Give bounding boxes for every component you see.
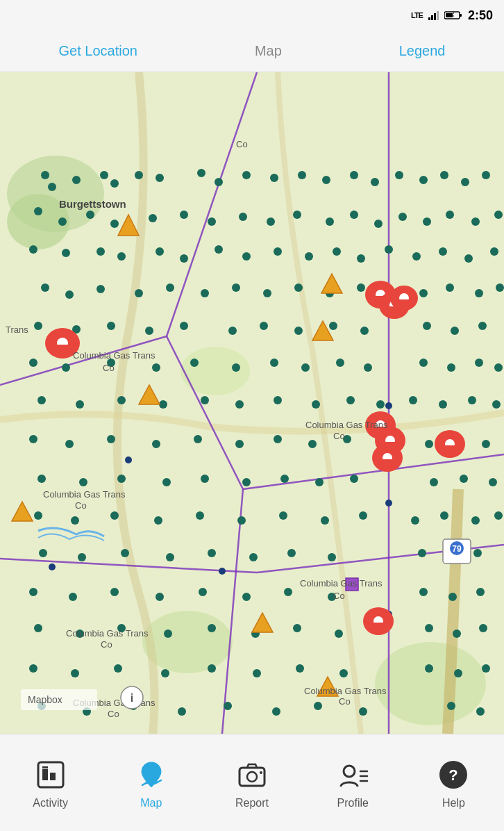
svg-point-223 xyxy=(385,500,392,507)
svg-point-104 xyxy=(152,363,160,372)
svg-point-45 xyxy=(239,213,247,221)
battery-icon xyxy=(444,10,462,20)
report-nav-label: Report xyxy=(235,797,269,809)
svg-point-19 xyxy=(48,183,56,191)
map-nav-label: Map xyxy=(140,797,162,809)
svg-point-83 xyxy=(357,283,365,292)
svg-point-135 xyxy=(274,435,282,443)
svg-point-149 xyxy=(350,475,358,483)
svg-point-93 xyxy=(228,327,237,335)
svg-text:Columbia Gas Trans: Columbia Gas Trans xyxy=(43,489,126,500)
svg-point-62 xyxy=(215,245,223,254)
svg-point-170 xyxy=(208,549,216,557)
svg-point-110 xyxy=(364,363,372,372)
svg-point-181 xyxy=(199,588,207,596)
signal-icon xyxy=(428,10,439,20)
svg-point-119 xyxy=(201,396,209,404)
svg-point-85 xyxy=(446,283,454,292)
svg-text:Columbia Gas Trans: Columbia Gas Trans xyxy=(304,686,387,696)
svg-point-176 xyxy=(473,549,482,557)
svg-point-187 xyxy=(476,588,485,596)
bottom-nav-map[interactable]: Map xyxy=(101,757,201,809)
svg-text:Burgettstown: Burgettstown xyxy=(59,198,126,210)
nav-map[interactable]: Map xyxy=(241,38,296,65)
svg-rect-290 xyxy=(42,766,48,768)
svg-text:Co: Co xyxy=(101,639,112,650)
svg-point-130 xyxy=(65,440,74,448)
bottom-nav-report[interactable]: Report xyxy=(201,757,302,809)
svg-point-171 xyxy=(249,553,258,561)
svg-point-76 xyxy=(135,289,143,297)
svg-point-291 xyxy=(148,768,155,775)
svg-point-195 xyxy=(335,630,343,638)
nav-legend[interactable]: Legend xyxy=(385,38,460,65)
svg-point-127 xyxy=(468,396,476,404)
svg-point-123 xyxy=(346,396,355,404)
svg-point-50 xyxy=(374,220,383,228)
svg-point-30 xyxy=(322,176,330,184)
svg-point-97 xyxy=(360,327,369,335)
svg-point-293 xyxy=(247,772,257,782)
svg-point-188 xyxy=(34,624,42,632)
svg-point-147 xyxy=(280,475,289,483)
svg-point-166 xyxy=(39,549,47,557)
svg-point-124 xyxy=(376,400,385,409)
map-canvas: Burgettstown Columbia Gas Trans Co Colum… xyxy=(0,72,504,734)
svg-text:i: i xyxy=(131,692,133,704)
svg-point-196 xyxy=(425,624,433,632)
svg-point-20 xyxy=(72,176,81,184)
svg-point-129 xyxy=(29,435,37,443)
svg-point-178 xyxy=(69,593,77,601)
svg-point-116 xyxy=(76,400,84,409)
svg-point-98 xyxy=(423,322,431,330)
svg-text:Columbia Gas Trans: Columbia Gas Trans xyxy=(300,578,383,589)
svg-text:Co: Co xyxy=(103,363,115,373)
svg-text:?: ? xyxy=(449,766,458,784)
svg-point-102 xyxy=(62,363,70,372)
svg-point-146 xyxy=(242,478,251,486)
svg-point-200 xyxy=(71,669,79,677)
svg-point-197 xyxy=(453,630,461,638)
svg-point-204 xyxy=(253,669,261,677)
svg-point-23 xyxy=(135,171,143,179)
bottom-nav-activity[interactable]: Activity xyxy=(0,757,101,809)
svg-point-131 xyxy=(107,435,115,443)
svg-point-182 xyxy=(242,593,251,601)
svg-point-198 xyxy=(479,624,487,632)
svg-point-133 xyxy=(194,435,202,443)
svg-point-126 xyxy=(439,400,447,409)
svg-point-206 xyxy=(339,669,348,677)
svg-point-107 xyxy=(270,359,278,367)
svg-point-128 xyxy=(492,400,501,409)
nav-get-location[interactable]: Get Location xyxy=(44,38,151,65)
svg-point-37 xyxy=(482,171,490,179)
lte-indicator: LTE xyxy=(411,11,423,19)
svg-point-67 xyxy=(357,254,365,263)
activity-nav-label: Activity xyxy=(33,797,68,809)
svg-point-75 xyxy=(96,285,105,293)
svg-rect-288 xyxy=(42,769,48,780)
svg-point-24 xyxy=(156,174,164,182)
svg-point-177 xyxy=(29,588,37,596)
svg-point-125 xyxy=(409,396,417,404)
svg-point-167 xyxy=(78,553,86,561)
svg-point-52 xyxy=(423,217,431,226)
svg-point-163 xyxy=(440,511,448,520)
svg-point-162 xyxy=(411,516,419,525)
svg-text:Columbia Gas Trans: Columbia Gas Trans xyxy=(305,420,388,430)
map-area[interactable]: Burgettstown Columbia Gas Trans Co Colum… xyxy=(0,72,504,734)
svg-point-226 xyxy=(219,568,226,575)
svg-point-33 xyxy=(395,171,403,179)
svg-point-27 xyxy=(242,171,251,179)
svg-point-192 xyxy=(208,624,216,632)
svg-point-220 xyxy=(125,456,132,463)
bottom-nav-help[interactable]: ? Help xyxy=(403,757,504,809)
svg-point-215 xyxy=(272,707,280,716)
svg-point-59 xyxy=(117,252,126,261)
svg-point-43 xyxy=(180,211,188,219)
svg-point-218 xyxy=(447,702,455,710)
svg-point-199 xyxy=(29,664,37,673)
svg-point-158 xyxy=(237,516,246,525)
bottom-nav-profile[interactable]: Profile xyxy=(303,757,403,809)
svg-text:79: 79 xyxy=(452,544,462,554)
